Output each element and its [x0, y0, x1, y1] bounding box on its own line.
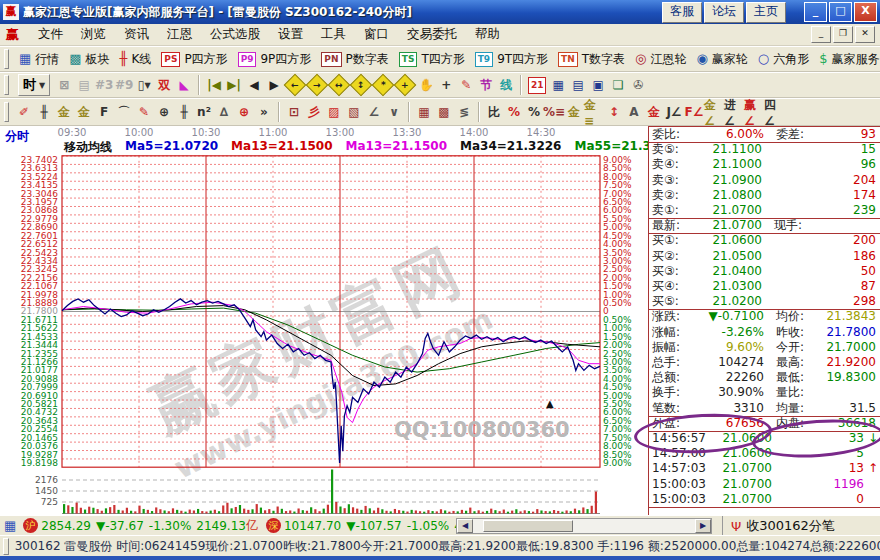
webpage-tool-icon[interactable]: ❏: [608, 75, 628, 95]
menu-item-江恩[interactable]: 江恩: [158, 24, 201, 45]
next-bar-icon[interactable]: ▶: [264, 75, 284, 95]
percent-tool-icon[interactable]: %: [524, 102, 544, 122]
gold-angle-tool-icon[interactable]: 金: [644, 102, 664, 122]
updown-mark-tool-icon[interactable]: ↕: [604, 102, 624, 122]
toolbar-hexagon[interactable]: ○六角形: [753, 50, 814, 69]
triangle-ruler-tool-icon[interactable]: ∆: [214, 102, 234, 122]
menu-item-浏览[interactable]: 浏览: [72, 24, 115, 45]
golden-section-tool-icon[interactable]: 金: [54, 102, 74, 122]
printer-tool-icon[interactable]: ✇: [628, 75, 648, 95]
compare-tool-icon[interactable]: 双: [154, 75, 174, 95]
gann-shift-left-icon[interactable]: ←: [284, 74, 307, 97]
maximize-button[interactable]: □: [829, 2, 852, 22]
menu-item-工具[interactable]: 工具: [312, 24, 355, 45]
gann-scale-tool-icon[interactable]: ╫: [34, 102, 54, 122]
bars-9-tool-icon[interactable]: #9: [114, 75, 134, 95]
toolbar-t-square[interactable]: TST四方形: [394, 50, 470, 69]
circle-cycle-tool-icon[interactable]: ⊕: [154, 102, 174, 122]
more-tools-icon[interactable]: »: [254, 102, 274, 122]
hand-tool-icon[interactable]: ✋: [416, 75, 436, 95]
festival-tool-icon[interactable]: 节: [476, 75, 496, 95]
gann-expand-icon[interactable]: ↔: [328, 74, 351, 97]
time-scale-tool-icon[interactable]: ╫: [174, 102, 194, 122]
net-grid-tool-icon[interactable]: ⊠: [54, 75, 74, 95]
grid-tool-icon[interactable]: ▦: [414, 102, 434, 122]
menu-item-设置[interactable]: 设置: [269, 24, 312, 45]
target-circle-tool-icon[interactable]: ⊕: [234, 102, 254, 122]
menu-item-窗口[interactable]: 窗口: [355, 24, 398, 45]
scroll-right-icon[interactable]: ▶: [695, 519, 711, 533]
ratio-tool-icon[interactable]: 比: [484, 102, 504, 122]
crosshair-tool-icon[interactable]: +: [436, 75, 456, 95]
toolbar-p-number-table[interactable]: PNP数字表: [316, 50, 393, 69]
gann-star-icon[interactable]: *: [372, 74, 395, 97]
angle-line-tool-icon[interactable]: ∠: [364, 102, 384, 122]
last-bar-icon[interactable]: ▶|: [224, 75, 244, 95]
first-bar-icon[interactable]: |◀: [204, 75, 224, 95]
toolbar-t-number-table[interactable]: TNT数字表: [553, 50, 630, 69]
toolbar-9t-square[interactable]: T99T四方形: [470, 50, 553, 69]
hatch-box-tool-icon[interactable]: ▨: [324, 102, 344, 122]
color-chart-tool-icon[interactable]: ◣: [174, 75, 194, 95]
percent-retrace-tool-icon[interactable]: %: [504, 102, 524, 122]
prev-bar-icon[interactable]: ◀: [244, 75, 264, 95]
period-dropdown[interactable]: 时 ▼: [18, 74, 50, 96]
square-num-tool-icon[interactable]: n²: [194, 102, 214, 122]
save-tool-icon[interactable]: ▣: [588, 75, 608, 95]
candle-style-tool-icon[interactable]: ▯▼: [134, 75, 154, 95]
f-angle-tool-icon[interactable]: F∠: [684, 102, 704, 122]
ray-fan-tool-icon[interactable]: 彡: [304, 102, 324, 122]
parallel-tool-icon[interactable]: ≶: [454, 102, 474, 122]
gold-circle-tool-icon[interactable]: 金: [564, 102, 584, 122]
win-angle-tool-icon[interactable]: 赢∠: [744, 102, 764, 122]
gann-cross-icon[interactable]: +: [394, 74, 417, 97]
titlebar-button-论坛[interactable]: 论坛: [704, 2, 744, 23]
toolbar-9p-square[interactable]: P99P四方形: [233, 50, 317, 69]
line-tool-icon[interactable]: 线: [496, 75, 516, 95]
horizontal-scrollbar[interactable]: ◀ ▶: [456, 518, 712, 534]
calculator-tool-icon[interactable]: ▦: [548, 75, 568, 95]
four-angle-tool-icon[interactable]: 四∠: [764, 102, 784, 122]
scrollbar-thumb[interactable]: [483, 520, 573, 532]
menu-item-公式选股[interactable]: 公式选股: [201, 24, 269, 45]
grid-fill-tool-icon[interactable]: ▩: [434, 102, 454, 122]
gann-compress-icon[interactable]: ↕: [350, 74, 373, 97]
golden-band-tool-icon[interactable]: 金: [74, 102, 94, 122]
wave-abc-tool-icon[interactable]: A: [624, 102, 644, 122]
advance-angle-tool-icon[interactable]: 进∠: [724, 102, 744, 122]
arc-tool-icon[interactable]: ⌒: [114, 102, 134, 122]
mdi-close-button[interactable]: ✕: [855, 26, 875, 43]
menu-item-资讯[interactable]: 资讯: [115, 24, 158, 45]
scroll-left-icon[interactable]: ◀: [457, 519, 473, 533]
titlebar-button-主页[interactable]: 主页: [746, 2, 786, 23]
gold-lines-tool-icon[interactable]: 金≡: [584, 102, 604, 122]
toolbar-winner-service[interactable]: $赢家服务: [814, 50, 880, 69]
fibonacci-tool-icon[interactable]: F: [94, 102, 114, 122]
titlebar-button-客服[interactable]: 客服: [662, 2, 702, 23]
menu-item-交易委托[interactable]: 交易委托: [398, 24, 466, 45]
menu-item-文件[interactable]: 文件: [29, 24, 72, 45]
close-button[interactable]: X: [854, 2, 877, 22]
mdi-minimize-button[interactable]: _: [811, 26, 831, 43]
bars-3-tool-icon[interactable]: #3: [94, 75, 114, 95]
gold-gann-angle-tool-icon[interactable]: 金∠: [704, 102, 724, 122]
percent-lines-tool-icon[interactable]: %≡: [544, 102, 564, 122]
calendar-tool-icon[interactable]: 21: [528, 77, 546, 94]
brush-tool-icon[interactable]: ✐: [14, 102, 34, 122]
box-grid-tool-icon[interactable]: ⊡: [284, 102, 304, 122]
minimize-button[interactable]: _: [804, 2, 827, 22]
mark-tool-icon[interactable]: ✎: [456, 75, 476, 95]
mdi-restore-button[interactable]: ❐: [833, 26, 853, 43]
hatch-box2-tool-icon[interactable]: ▧: [344, 102, 364, 122]
toolbar-kline[interactable]: ╫K线: [115, 50, 157, 69]
zigzag-tool-icon[interactable]: ∨: [384, 102, 404, 122]
note-tool-icon[interactable]: ▤: [74, 75, 94, 95]
toolbar-quotes[interactable]: ▦行情: [14, 50, 64, 69]
chart-canvas[interactable]: [0, 126, 648, 515]
toolbar-sectors[interactable]: ▩板块: [64, 50, 114, 69]
toolbar-p-square[interactable]: PSP四方形: [156, 50, 232, 69]
pencil-scale-tool-icon[interactable]: ✎: [134, 102, 154, 122]
toolbar-winner-wheel[interactable]: ◉赢家轮: [691, 50, 752, 69]
gann-shift-right-icon[interactable]: →: [306, 74, 329, 97]
menu-item-帮助[interactable]: 帮助: [466, 24, 509, 45]
